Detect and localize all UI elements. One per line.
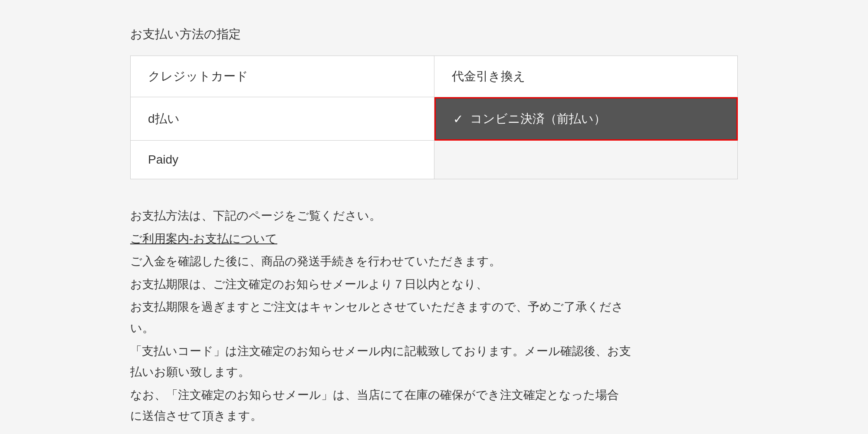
info-line1: お支払方法は、下記のページをご覧ください。 [130,205,738,227]
info-line3: お支払期限は、ご注文確定のお知らせメールより７日以内となり、 [130,274,738,295]
info-line4: お支払期限を過ぎますとご注文はキャンセルとさせていただきますので、予めご了承くだ… [130,296,738,339]
payment-option-cash-on-delivery[interactable]: 代金引き換え [434,56,738,97]
payment-grid: クレジットカード 代金引き換え d払い ✓ コンビニ決済（前払い） Paidy [130,56,738,179]
payment-label-paidy: Paidy [148,153,178,167]
payment-option-convenience-store[interactable]: ✓ コンビニ決済（前払い） [434,97,738,141]
info-line6: なお、「注文確定のお知らせメール」は、当店にて在庫の確保ができ注文確定となった場… [130,385,738,427]
payment-label-cash-on-delivery: 代金引き換え [452,68,526,85]
payment-option-empty [434,141,738,179]
page-container: お支払い方法の指定 クレジットカード 代金引き換え d払い ✓ コンビニ決済（前… [130,26,738,428]
payment-label-credit-card: クレジットカード [148,68,248,85]
payment-label-d-payment: d払い [148,111,180,127]
section-title: お支払い方法の指定 [130,26,738,43]
payment-option-paidy[interactable]: Paidy [131,141,434,179]
info-section: お支払方法は、下記のページをご覧ください。 ご利用案内-お支払について ご入金を… [130,205,738,427]
payment-label-convenience-store: コンビニ決済（前払い） [470,111,606,127]
payment-option-credit-card[interactable]: クレジットカード [131,56,434,97]
info-link[interactable]: ご利用案内-お支払について [130,228,277,250]
check-icon: ✓ [453,112,463,126]
info-line5: 「支払いコード」は注文確定のお知らせメール内に記載致しております。メール確認後、… [130,341,738,383]
payment-option-d-payment[interactable]: d払い [131,97,434,141]
info-line2: ご入金を確認した後に、商品の発送手続きを行わせていただきます。 [130,251,738,272]
